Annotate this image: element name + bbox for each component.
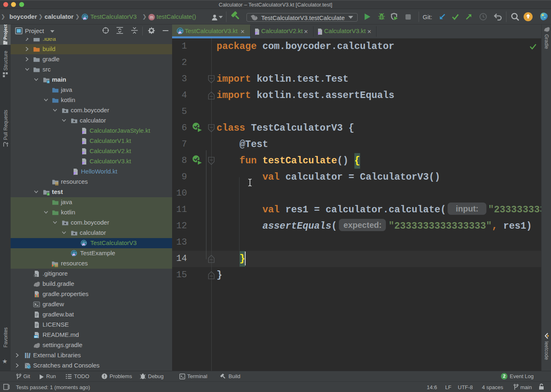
svg-text:m: m bbox=[150, 15, 153, 20]
svg-text:2: 2 bbox=[503, 374, 505, 379]
svg-text:MD: MD bbox=[34, 336, 38, 338]
